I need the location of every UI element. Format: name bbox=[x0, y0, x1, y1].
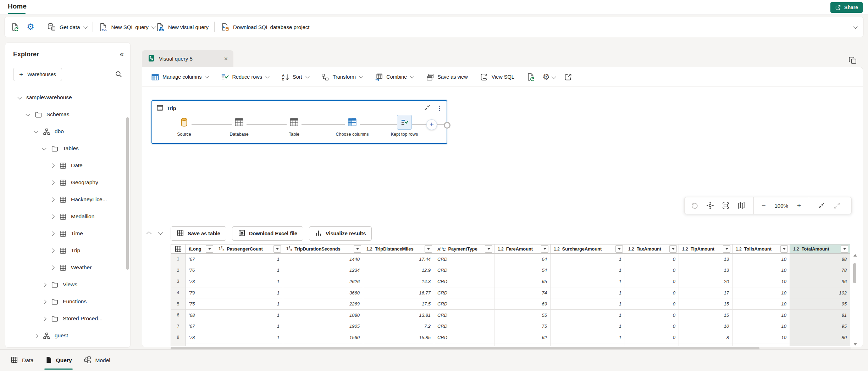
save-as-view-button[interactable]: Save as view bbox=[426, 73, 468, 81]
collapse-node-icon[interactable] bbox=[424, 104, 431, 112]
row-number[interactable]: 7 bbox=[171, 321, 186, 332]
chevron-right-icon[interactable] bbox=[50, 163, 55, 168]
column-header-paymenttype[interactable]: ABCPaymentType bbox=[434, 244, 494, 254]
cell-totalamount[interactable]: 95 bbox=[790, 298, 850, 310]
step-table[interactable]: Table bbox=[271, 115, 317, 137]
tree-item-schemas[interactable]: Schemas bbox=[5, 106, 130, 123]
scroll-up-arrow[interactable] bbox=[853, 254, 857, 257]
column-filter-dropdown[interactable] bbox=[354, 245, 361, 253]
new-visual-query-button[interactable]: New visual query bbox=[155, 22, 209, 32]
column-header-tlong[interactable]: tLong bbox=[186, 244, 215, 254]
cell-passengercount[interactable]: 1 bbox=[215, 310, 283, 321]
cell-fareamount[interactable]: 55 bbox=[494, 310, 551, 321]
cell-tripdurationseconds[interactable]: 3660 bbox=[283, 287, 363, 299]
row-number[interactable]: 3 bbox=[171, 276, 186, 287]
column-filter-dropdown[interactable] bbox=[723, 245, 730, 253]
collapse-panel-icon[interactable]: « bbox=[120, 50, 124, 57]
cell-paymenttype[interactable]: CRD bbox=[434, 254, 494, 265]
chevron-right-icon[interactable] bbox=[50, 214, 55, 219]
chevron-down-icon[interactable] bbox=[34, 129, 38, 133]
cell-paymenttype[interactable]: CRD bbox=[434, 321, 494, 332]
column-filter-dropdown[interactable] bbox=[841, 245, 848, 253]
chevron-right-icon[interactable] bbox=[42, 299, 46, 304]
scroll-thumb[interactable] bbox=[853, 263, 856, 283]
cell-surchargeamount[interactable]: 1 bbox=[551, 321, 625, 332]
cell-tipamount[interactable]: 17 bbox=[679, 287, 732, 299]
reduce-rows-button[interactable]: Reduce rows bbox=[220, 73, 269, 81]
column-filter-dropdown[interactable] bbox=[669, 245, 677, 253]
row-number[interactable]: 2 bbox=[171, 265, 186, 276]
column-filter-dropdown[interactable] bbox=[615, 245, 623, 253]
cell-tollsamount[interactable]: 10 bbox=[732, 298, 790, 310]
cell-tripdurationseconds[interactable]: 1234 bbox=[283, 265, 363, 276]
step-source[interactable]: Source bbox=[161, 115, 207, 137]
cell-passengercount[interactable]: 1 bbox=[215, 332, 283, 343]
visualize-results-button[interactable]: Visualize results bbox=[309, 226, 372, 241]
cell-paymenttype[interactable]: CRD bbox=[434, 287, 494, 299]
refresh-document-icon[interactable] bbox=[10, 22, 20, 32]
column-filter-dropdown[interactable] bbox=[425, 245, 432, 253]
cell-tlong[interactable]: ’78 bbox=[186, 332, 215, 343]
tree-item-medallion[interactable]: Medallion bbox=[5, 208, 130, 225]
chevron-down-icon[interactable] bbox=[42, 146, 46, 150]
cell-tripdistancemiles[interactable]: 16.77 bbox=[363, 287, 434, 299]
row-number[interactable]: 9 bbox=[171, 343, 186, 346]
cell-surchargeamount[interactable]: 1 bbox=[551, 332, 625, 343]
manage-columns-button[interactable]: Manage columns bbox=[151, 73, 208, 81]
cell-surchargeamount[interactable]: 1 bbox=[551, 310, 625, 321]
column-header-tipamount[interactable]: 1.2TipAmount bbox=[679, 244, 732, 254]
cell-tripdurationseconds[interactable]: 1080 bbox=[283, 310, 363, 321]
tree-item-samplewarehouse[interactable]: sampleWarehouse bbox=[5, 89, 130, 106]
undo-icon[interactable] bbox=[690, 201, 699, 210]
column-header-passengercount[interactable]: 123PassengerCount bbox=[215, 244, 283, 254]
step-choose-columns[interactable]: Choose columns bbox=[329, 115, 375, 137]
cell-taxamount[interactable]: 0 bbox=[625, 321, 679, 332]
close-tab-icon[interactable]: × bbox=[224, 55, 228, 62]
cell-tripdistancemiles[interactable]: 17.44 bbox=[363, 254, 434, 265]
column-header-tripdistancemiles[interactable]: 1.2TripDistanceMiles bbox=[363, 244, 434, 254]
column-filter-dropdown[interactable] bbox=[273, 245, 281, 253]
cell-tripdistancemiles[interactable]: 17.21 bbox=[363, 343, 434, 346]
cell-tipamount[interactable]: 20 bbox=[679, 343, 732, 346]
cell-surchargeamount[interactable]: 1 bbox=[551, 298, 625, 310]
collapse-results-chevron[interactable] bbox=[146, 231, 151, 236]
cell-tipamount[interactable]: 20 bbox=[679, 276, 732, 287]
copy-icon[interactable] bbox=[848, 56, 857, 66]
fit-screen-icon[interactable] bbox=[722, 201, 730, 210]
cell-passengercount[interactable]: 1 bbox=[215, 276, 283, 287]
cell-surchargeamount[interactable]: 1 bbox=[551, 254, 625, 265]
cell-totalamount[interactable]: 78 bbox=[790, 265, 850, 276]
chevron-right-icon[interactable] bbox=[50, 248, 55, 253]
column-filter-dropdown[interactable] bbox=[780, 245, 788, 253]
cell-fareamount[interactable]: 65 bbox=[494, 276, 551, 287]
get-data-button[interactable]: Get data bbox=[47, 22, 87, 32]
column-header-taxamount[interactable]: 1.2TaxAmount bbox=[625, 244, 679, 254]
chevron-right-icon[interactable] bbox=[42, 316, 46, 321]
cell-fareamount[interactable]: 74 bbox=[494, 287, 551, 299]
cell-tollsamount[interactable]: 10 bbox=[732, 332, 790, 343]
expand-canvas-icon[interactable] bbox=[833, 201, 841, 210]
step-database[interactable]: Database bbox=[216, 115, 262, 137]
tab-query[interactable]: Query bbox=[45, 356, 72, 365]
cell-fareamount[interactable]: 75 bbox=[494, 321, 551, 332]
cell-surchargeamount[interactable]: 1 bbox=[551, 265, 625, 276]
explorer-scrollbar[interactable] bbox=[126, 117, 129, 270]
cell-fareamount[interactable]: 54 bbox=[494, 265, 551, 276]
cell-tollsamount[interactable]: 10 bbox=[732, 287, 790, 299]
cell-paymenttype[interactable]: CRD bbox=[434, 276, 494, 287]
column-filter-dropdown[interactable] bbox=[206, 245, 213, 253]
cell-totalamount[interactable]: 96 bbox=[790, 276, 850, 287]
tree-item-hackneylice[interactable]: HackneyLice... bbox=[5, 191, 130, 208]
cell-tlong[interactable]: ’67 bbox=[186, 254, 215, 265]
cell-totalamount[interactable]: 95 bbox=[790, 321, 850, 332]
cell-passengercount[interactable]: 1 bbox=[215, 265, 283, 276]
chevron-right-icon[interactable] bbox=[42, 282, 46, 287]
chevron-down-icon[interactable] bbox=[26, 112, 30, 116]
cell-totalamount[interactable]: 102 bbox=[790, 343, 850, 346]
cell-taxamount[interactable]: 0 bbox=[625, 298, 679, 310]
row-number[interactable]: 6 bbox=[171, 310, 186, 321]
save-as-table-button[interactable]: Save as table bbox=[171, 226, 226, 241]
pan-icon[interactable] bbox=[706, 201, 714, 210]
cell-tipamount[interactable]: 15 bbox=[679, 310, 732, 321]
cell-tripdistancemiles[interactable]: 17.5 bbox=[363, 298, 434, 310]
